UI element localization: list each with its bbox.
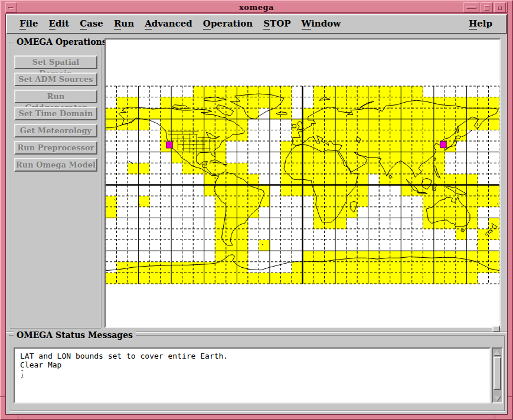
- client-area: FileEditCaseRunAdvancedOperationSTOPWind…: [5, 14, 508, 415]
- restore-button[interactable]: [494, 2, 506, 12]
- button-get-meteorology[interactable]: Get Meteorology: [14, 124, 97, 137]
- omega-operations-frame: OMEGA Operations Set Spatial DomainSet A…: [9, 42, 102, 329]
- button-run-preprocessor[interactable]: Run Preprocessor: [14, 141, 97, 155]
- menu-window[interactable]: Window: [296, 15, 347, 32]
- button-set-time-domain[interactable]: Set Time Domain: [14, 107, 97, 120]
- button-run-omega-model[interactable]: Run Omega Model: [14, 158, 97, 172]
- menu-case[interactable]: Case: [74, 15, 109, 32]
- minimize-button[interactable]: [463, 2, 479, 12]
- menu-stop[interactable]: STOP: [258, 15, 296, 32]
- status-lines: LAT and LON bounds set to cover entire E…: [20, 352, 489, 369]
- titlebar[interactable]: xomega: [5, 2, 508, 13]
- text-cursor: [21, 370, 25, 378]
- menu-advanced[interactable]: Advanced: [139, 15, 198, 32]
- frame-seam: [508, 396, 513, 397]
- omega-operations-title: OMEGA Operations: [14, 37, 110, 47]
- menu-edit[interactable]: Edit: [44, 15, 75, 32]
- maximize-button[interactable]: [481, 2, 493, 12]
- frame-seam: [0, 396, 5, 397]
- maximize-icon: [484, 5, 489, 11]
- button-run-gridgenerator[interactable]: Run Gridgenerator: [14, 90, 97, 103]
- frame-seam: [18, 415, 18, 420]
- menu-file[interactable]: File: [14, 15, 44, 32]
- scroll-up-arrow-icon[interactable]: [494, 350, 501, 355]
- button-set-adm-sources[interactable]: Set ADM Sources: [14, 73, 97, 86]
- restore-icon: [498, 6, 502, 10]
- button-set-spatial-domain[interactable]: Set Spatial Domain: [14, 55, 97, 69]
- status-messages-title: OMEGA Status Messages: [14, 330, 136, 340]
- minimize-icon: [466, 6, 476, 9]
- scroll-down-arrow-icon[interactable]: [494, 396, 501, 401]
- world-map-canvas[interactable]: [106, 40, 499, 327]
- status-vertical-scrollbar[interactable]: [492, 347, 503, 403]
- menu-operation[interactable]: Operation: [198, 15, 258, 32]
- status-line: LAT and LON bounds set to cover entire E…: [20, 352, 489, 360]
- window: xomega FileEditCaseRunAdvancedOperationS…: [0, 0, 513, 420]
- menu-run[interactable]: Run: [109, 15, 139, 32]
- status-line: Clear Map: [20, 360, 489, 369]
- menu-help[interactable]: Help: [463, 15, 498, 32]
- menubar: FileEditCaseRunAdvancedOperationSTOPWind…: [6, 14, 507, 34]
- map-viewport[interactable]: [104, 38, 501, 328]
- scrollbar-thumb[interactable]: [494, 357, 501, 390]
- frame-seam: [495, 415, 495, 420]
- window-title: xomega: [6, 3, 507, 12]
- status-text-area[interactable]: LAT and LON bounds set to cover entire E…: [14, 347, 491, 403]
